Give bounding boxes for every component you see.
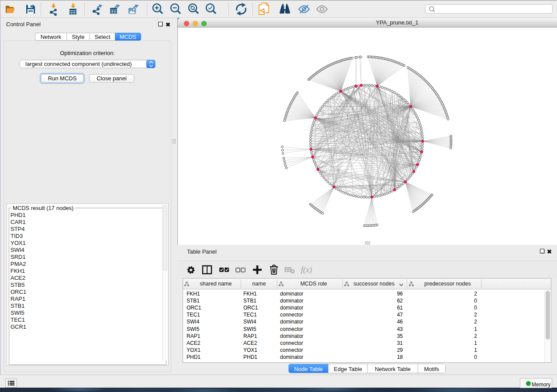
svg-text:f(x): f(x) <box>301 265 312 275</box>
